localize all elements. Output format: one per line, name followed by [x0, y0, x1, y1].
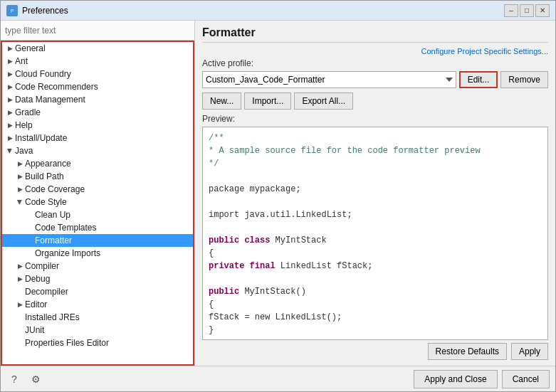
tree-label-clean-up: Clean Up	[35, 210, 70, 220]
tree-arrow-gradle: ▶	[5, 107, 15, 117]
import-button[interactable]: Import...	[244, 92, 291, 110]
restore-defaults-button[interactable]: Restore Defaults	[428, 343, 507, 360]
tree-arrow-code-recommenders: ▶	[5, 82, 15, 92]
tree-arrow-code-style: ▶	[15, 197, 25, 207]
close-button[interactable]: ✕	[535, 4, 550, 17]
tree-arrow-ant: ▶	[5, 56, 15, 66]
bottom-right-buttons: Apply and Close Cancel	[414, 370, 550, 388]
tree-label-java: Java	[15, 146, 33, 156]
tree-label-junit: JUnit	[25, 325, 44, 335]
tree-label-gradle: Gradle	[15, 107, 41, 117]
tree-item-installed-jres[interactable]: ▶Installed JREs	[2, 311, 193, 324]
tree-item-code-style[interactable]: ▶Code Style	[2, 196, 193, 208]
preview-label: Preview:	[202, 114, 548, 124]
tree-arrow-java: ▶	[5, 146, 15, 156]
panel-title: Formatter	[202, 26, 548, 43]
window-controls: – □ ✕	[504, 4, 550, 17]
tree-label-appearance: Appearance	[25, 159, 71, 169]
tree-arrow-data-management: ▶	[5, 95, 15, 105]
tree-arrow-appearance: ▶	[15, 159, 25, 169]
tree-arrow-help: ▶	[5, 120, 15, 130]
tree-arrow-debug: ▶	[15, 274, 25, 284]
tree-item-general[interactable]: ▶General	[2, 42, 193, 55]
tree-arrow-install-update: ▶	[5, 133, 15, 143]
tree-item-debug[interactable]: ▶Debug	[2, 272, 193, 285]
apply-and-close-button[interactable]: Apply and Close	[414, 370, 497, 388]
right-panel: Formatter Configure Project Specific Set…	[195, 21, 555, 366]
filter-input[interactable]	[1, 21, 194, 41]
new-button[interactable]: New...	[202, 92, 241, 110]
tree-label-ant: Ant	[15, 56, 28, 66]
tree-item-data-management[interactable]: ▶Data Management	[2, 93, 193, 106]
window-title: Preferences	[22, 6, 504, 16]
tree-label-help: Help	[15, 120, 33, 130]
tree-label-organize-imports: Organize Imports	[35, 248, 100, 258]
preferences-button[interactable]: ⚙	[28, 371, 43, 387]
tree-label-formatter: Formatter	[35, 235, 72, 245]
tree-container: ▶General▶Ant▶Cloud Foundry▶Code Recommen…	[1, 41, 194, 366]
cancel-button[interactable]: Cancel	[502, 370, 550, 388]
tree-item-gradle[interactable]: ▶Gradle	[2, 106, 193, 119]
tree-item-java[interactable]: ▶Java	[2, 144, 193, 157]
tree-label-code-templates: Code Templates	[35, 223, 97, 233]
tree-item-code-coverage[interactable]: ▶Code Coverage	[2, 183, 193, 196]
tree-item-organize-imports[interactable]: ▶Organize Imports	[2, 247, 193, 260]
tree-label-editor: Editor	[25, 300, 47, 309]
tree-item-help[interactable]: ▶Help	[2, 119, 193, 132]
app-icon: P	[6, 5, 18, 16]
tree-label-cloud-foundry: Cloud Foundry	[15, 69, 71, 79]
tree-item-compiler[interactable]: ▶Compiler	[2, 260, 193, 272]
title-bar: P Preferences – □ ✕	[1, 1, 555, 21]
tree-item-decompiler[interactable]: ▶Decompiler	[2, 285, 193, 298]
profile-select[interactable]: Custom_Java_Code_Formatter	[202, 71, 456, 88]
tree-label-installed-jres: Installed JREs	[25, 312, 80, 322]
tree-item-clean-up[interactable]: ▶Clean Up	[2, 208, 193, 221]
edit-button[interactable]: Edit...	[459, 71, 498, 88]
apply-button[interactable]: Apply	[511, 343, 548, 360]
tree-arrow-editor: ▶	[15, 300, 25, 309]
active-profile-label: Active profile:	[202, 58, 548, 68]
tree-label-code-style: Code Style	[25, 197, 67, 207]
tree-item-build-path[interactable]: ▶Build Path	[2, 170, 193, 183]
tree-arrow-build-path: ▶	[15, 171, 25, 181]
tree-label-properties-files-editor: Properties Files Editor	[25, 338, 109, 348]
tree-label-install-update: Install/Update	[15, 133, 67, 143]
export-all-button[interactable]: Export All...	[294, 92, 353, 110]
remove-button[interactable]: Remove	[500, 71, 548, 88]
buttons-row: New... Import... Export All...	[202, 92, 548, 110]
tree-item-code-templates[interactable]: ▶Code Templates	[2, 221, 193, 234]
tree-item-editor[interactable]: ▶Editor	[2, 298, 193, 311]
svg-text:P: P	[11, 9, 14, 14]
tree-arrow-compiler: ▶	[15, 261, 25, 271]
preview-area[interactable]: /** * A sample source file for the code …	[202, 127, 548, 340]
tree-arrow-general: ▶	[5, 43, 15, 53]
toolbar-row: Configure Project Specific Settings...	[202, 47, 548, 55]
tree-arrow-cloud-foundry: ▶	[5, 69, 15, 79]
tree-item-ant[interactable]: ▶Ant	[2, 55, 193, 68]
right-action-bar: Restore Defaults Apply	[202, 343, 548, 360]
bottom-left-icons: ? ⚙	[6, 371, 43, 387]
tree-label-code-coverage: Code Coverage	[25, 184, 85, 194]
minimize-button[interactable]: –	[504, 4, 518, 17]
tree-item-properties-files-editor[interactable]: ▶Properties Files Editor	[2, 337, 193, 349]
tree-label-general: General	[15, 43, 46, 53]
tree-arrow-code-coverage: ▶	[15, 184, 25, 194]
tree-item-formatter[interactable]: ▶Formatter	[2, 234, 193, 247]
tree-label-compiler: Compiler	[25, 261, 59, 271]
tree-item-junit[interactable]: ▶JUnit	[2, 324, 193, 337]
tree-label-build-path: Build Path	[25, 171, 64, 181]
tree-item-cloud-foundry[interactable]: ▶Cloud Foundry	[2, 68, 193, 80]
tree-label-debug: Debug	[25, 274, 50, 284]
preferences-window: P Preferences – □ ✕ ▶General▶Ant▶Cloud F…	[0, 0, 556, 392]
main-content: ▶General▶Ant▶Cloud Foundry▶Code Recommen…	[1, 21, 555, 366]
tree-label-data-management: Data Management	[15, 95, 85, 105]
configure-link[interactable]: Configure Project Specific Settings...	[421, 47, 548, 55]
left-panel: ▶General▶Ant▶Cloud Foundry▶Code Recommen…	[1, 21, 195, 366]
tree-item-install-update[interactable]: ▶Install/Update	[2, 132, 193, 144]
maximize-button[interactable]: □	[520, 4, 534, 17]
help-button[interactable]: ?	[6, 371, 22, 387]
tree-item-code-recommenders[interactable]: ▶Code Recommenders	[2, 80, 193, 93]
tree-item-appearance[interactable]: ▶Appearance	[2, 157, 193, 170]
tree-root: ▶General▶Ant▶Cloud Foundry▶Code Recommen…	[2, 42, 193, 349]
bottom-bar: ? ⚙ Apply and Close Cancel	[1, 366, 555, 391]
